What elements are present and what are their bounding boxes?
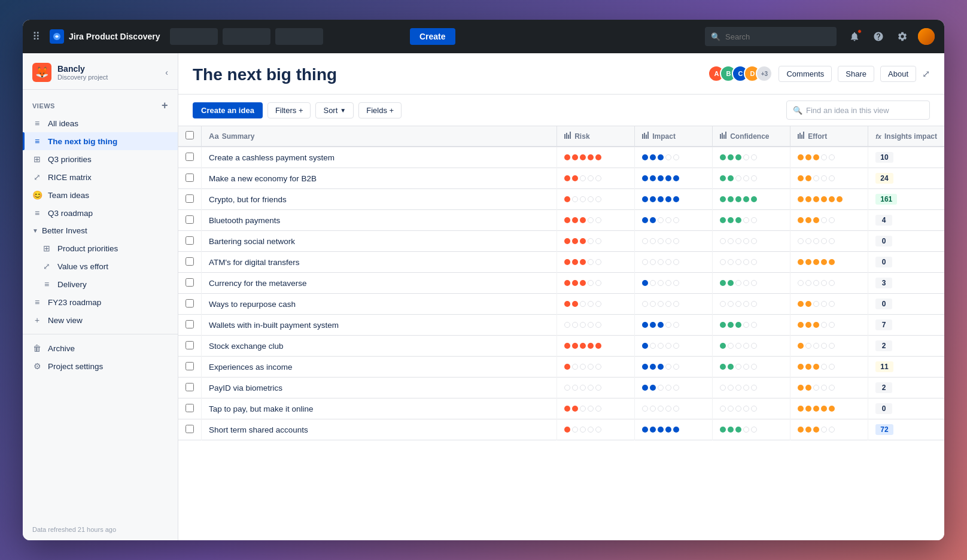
summary-cell[interactable]: Experiences as income [202,357,557,378]
sidebar-item-label: Project settings [48,362,103,371]
summary-cell[interactable]: Short term shared accounts [202,419,557,440]
settings-icon[interactable] [894,28,911,45]
sort-button[interactable]: Sort ▼ [315,102,354,118]
global-search[interactable]: 🔍 [705,27,837,46]
row-checkbox-5[interactable] [186,257,194,266]
sidebar-item-delivery[interactable]: ≡ Delivery [23,275,178,293]
confidence-cell [713,210,790,231]
row-checkbox-1[interactable] [186,174,194,182]
plus-icon: + [32,315,42,325]
user-avatar[interactable] [918,28,935,45]
sidebar-item-q3-roadmap[interactable]: ≡ Q3 roadmap [23,204,178,222]
summary-cell[interactable]: Ways to repurpose cash [202,294,557,315]
insights-badge: 0 [875,299,892,309]
row-checkbox-11[interactable] [186,383,194,391]
avatar-more[interactable]: +3 [756,65,773,82]
summary-cell[interactable]: Bluetooth payments [202,210,557,231]
row-checkbox-9[interactable] [186,341,194,349]
row-checkbox-13[interactable] [186,425,194,433]
table-row: Crypto, but for friends161 [178,189,944,210]
sidebar-item-label: Archive [48,344,75,353]
share-button[interactable]: Share [838,66,874,82]
row-checkbox-6[interactable] [186,278,194,287]
summary-cell[interactable]: Currency for the metaverse [202,273,557,294]
sidebar-item-archive[interactable]: 🗑 Archive [23,339,178,357]
fields-button[interactable]: Fields + [358,102,402,118]
better-invest-group[interactable]: ▼ Better Invest [23,222,178,239]
impact-cell [635,336,713,357]
sidebar-item-rice-matrix[interactable]: ⤢ RICE matrix [23,168,178,186]
create-idea-button[interactable]: Create an idea [193,102,263,118]
summary-cell[interactable]: Create a cashless payment system [202,147,557,168]
filters-button[interactable]: Filters + [267,102,311,118]
sidebar-collapse-icon[interactable]: ‹ [165,68,168,77]
grid-icon[interactable]: ⠿ [32,30,40,43]
app-logo[interactable]: Jira Product Discovery [50,29,160,44]
row-checkbox-0[interactable] [186,153,194,161]
add-view-button[interactable]: + [162,99,168,112]
row-checkbox-10[interactable] [186,362,194,370]
row-checkbox-8[interactable] [186,320,194,328]
sidebar-item-product-priorities[interactable]: ⊞ Product priorities [23,239,178,257]
search-input[interactable] [725,32,831,41]
help-icon[interactable] [870,28,887,45]
sidebar-item-label: FY23 roadmap [48,298,101,307]
svg-rect-14 [799,133,801,139]
sidebar-item-next-big-thing[interactable]: ≡ The next big thing [23,132,178,150]
comments-button[interactable]: Comments [779,66,832,82]
sidebar-item-label: RICE matrix [48,173,92,182]
svg-rect-12 [725,132,726,139]
sidebar-item-value-vs-effort[interactable]: ⤢ Value vs effort [23,257,178,275]
risk-col-icon [564,132,571,141]
create-button[interactable]: Create [410,28,455,45]
sidebar-item-fy23-roadmap[interactable]: ≡ FY23 roadmap [23,293,178,311]
impact-cell [635,189,713,210]
notifications-icon[interactable] [846,28,863,45]
row-checkbox-2[interactable] [186,194,194,203]
col-header-effort[interactable]: Effort [790,126,868,147]
summary-cell[interactable]: Stock exchange club [202,336,557,357]
nav-pill-1 [170,28,218,45]
sidebar-item-label: New view [48,316,83,325]
summary-cell[interactable]: Crypto, but for friends [202,189,557,210]
col-header-confidence[interactable]: Confidence [713,126,790,147]
summary-cell[interactable]: ATM's for digital transfers [202,252,557,273]
new-view-button[interactable]: + New view [23,311,178,329]
sidebar-divider [23,334,178,334]
insights-cell: 161 [868,189,944,210]
summary-cell[interactable]: Bartering social network [202,231,557,252]
sidebar: 🦊 Bancly Discovery project ‹ VIEWS + ≡ A… [23,53,178,540]
col-header-impact[interactable]: Impact [635,126,713,147]
col-header-insights[interactable]: fx Insights impact [868,126,944,147]
expand-icon[interactable]: ⤢ [922,68,930,80]
summary-cell[interactable]: PayID via biometrics [202,378,557,398]
view-search[interactable]: 🔍 [786,101,930,120]
view-search-input[interactable] [806,106,923,115]
sidebar-item-team-ideas[interactable]: 😊 Team ideas [23,186,178,204]
summary-cell[interactable]: Tap to pay, but make it online [202,398,557,419]
col-header-risk[interactable]: Risk [557,126,635,147]
row-checkbox-3[interactable] [186,215,194,224]
project-header[interactable]: 🦊 Bancly Discovery project ‹ [23,53,178,90]
summary-cell[interactable]: Make a new economy for B2B [202,168,557,189]
page-area: The next big thing A B C D +3 Comments S… [178,53,944,540]
row-checkbox-4[interactable] [186,236,194,245]
sidebar-item-label: The next big thing [48,137,117,146]
sidebar-item-q3-priorities[interactable]: ⊞ Q3 priorities [23,150,178,168]
insights-badge: 7 [875,319,892,330]
select-all-header[interactable] [178,126,202,147]
summary-cell[interactable]: Wallets with in-built payment system [202,315,557,336]
svg-rect-6 [644,133,645,139]
sidebar-item-project-settings[interactable]: ⚙ Project settings [23,357,178,375]
about-button[interactable]: About [880,66,916,82]
row-checkbox-7[interactable] [186,299,194,308]
table-row: Experiences as income11 [178,357,944,378]
row-checkbox-12[interactable] [186,404,194,412]
col-header-summary[interactable]: Aa Summary [202,126,557,147]
sidebar-item-all-ideas[interactable]: ≡ All ideas [23,114,178,132]
insights-badge: 0 [875,257,892,267]
impact-cell [635,273,713,294]
effort-cell [790,419,868,440]
effort-cell [790,210,868,231]
select-all-checkbox[interactable] [186,131,194,139]
